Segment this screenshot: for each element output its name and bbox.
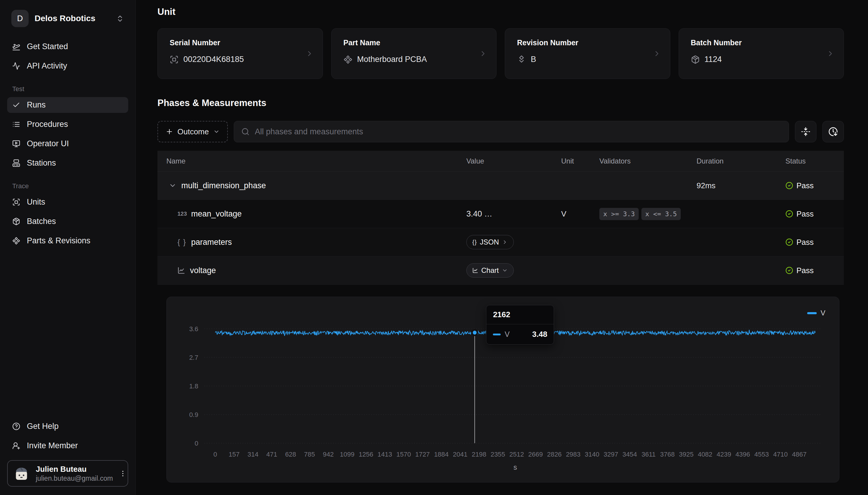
batch-number-card[interactable]: Batch Number 1124 bbox=[679, 28, 844, 79]
user-profile-card[interactable]: Julien Buteau julien.buteau@gmail.com bbox=[7, 460, 128, 487]
measurement-name: mean_voltage bbox=[191, 209, 242, 219]
sidebar-item-invite-member[interactable]: Invite Member bbox=[7, 438, 128, 454]
status-label: Pass bbox=[797, 209, 814, 219]
table-row-phase[interactable]: multi_dimension_phase 92ms Pass bbox=[158, 172, 844, 200]
circle-help-icon bbox=[12, 422, 20, 430]
kebab-menu-icon[interactable] bbox=[119, 470, 127, 477]
collapse-all-button[interactable] bbox=[795, 121, 816, 142]
svg-text:4867: 4867 bbox=[792, 450, 806, 458]
chevron-right-icon bbox=[479, 49, 487, 58]
circle-check-icon bbox=[785, 238, 793, 246]
svg-text:2041: 2041 bbox=[453, 450, 468, 458]
measurement-name: parameters bbox=[191, 238, 232, 247]
card-value: Motherboard PCBA bbox=[357, 55, 427, 64]
clock-arrow-down-icon bbox=[828, 127, 838, 136]
svg-text:2.7: 2.7 bbox=[189, 354, 198, 361]
revision-number-card[interactable]: Revision Number B bbox=[505, 28, 670, 79]
voltage-chart-panel: 00.91.82.73.6015731447162878594210991256… bbox=[166, 297, 839, 482]
sidebar-item-label: Units bbox=[27, 198, 45, 207]
sidebar: D Delos Robotics Get Started API Activit… bbox=[0, 0, 136, 495]
outcome-filter-button[interactable]: Outcome bbox=[158, 121, 228, 142]
svg-text:2355: 2355 bbox=[491, 450, 505, 458]
sidebar-item-label: Parts & Revisions bbox=[27, 236, 91, 245]
chart-value-badge[interactable]: Chart bbox=[466, 263, 514, 277]
measurement-unit: V bbox=[558, 209, 595, 219]
status-cell: Pass bbox=[783, 266, 844, 275]
sidebar-section-test: Test bbox=[12, 85, 123, 93]
list-icon bbox=[12, 120, 20, 129]
card-value: 00220D4K68185 bbox=[183, 55, 244, 64]
search-input[interactable] bbox=[255, 127, 782, 136]
svg-text:314: 314 bbox=[247, 450, 259, 458]
computer-icon bbox=[12, 159, 20, 167]
svg-text:942: 942 bbox=[323, 450, 334, 458]
sidebar-item-batches[interactable]: Batches bbox=[7, 214, 128, 229]
svg-text:3297: 3297 bbox=[604, 450, 618, 458]
sidebar-item-api-activity[interactable]: API Activity bbox=[7, 58, 128, 74]
measurement-value: 3.40 … bbox=[465, 209, 558, 219]
chart-tooltip: 2162 V 3.48 bbox=[486, 305, 554, 345]
search-bar bbox=[234, 121, 789, 142]
status-label: Pass bbox=[797, 181, 814, 190]
chevron-down-icon[interactable] bbox=[169, 182, 177, 189]
chevron-right-icon bbox=[502, 239, 508, 245]
sidebar-item-label: Get Started bbox=[27, 42, 68, 51]
part-name-card[interactable]: Part Name Motherboard PCBA bbox=[331, 28, 497, 79]
sidebar-item-stations[interactable]: Stations bbox=[7, 155, 128, 171]
page-title: Unit bbox=[158, 6, 844, 17]
status-cell: Pass bbox=[783, 209, 844, 219]
status-label: Pass bbox=[797, 238, 814, 247]
svg-text:1413: 1413 bbox=[377, 450, 392, 458]
chevron-right-icon bbox=[653, 49, 661, 58]
badge-label: JSON bbox=[480, 238, 499, 246]
fold-vertical-icon bbox=[801, 127, 810, 136]
sidebar-item-operator-ui[interactable]: Operator UI bbox=[7, 136, 128, 152]
sidebar-item-get-help[interactable]: Get Help bbox=[7, 419, 128, 434]
sidebar-item-procedures[interactable]: Procedures bbox=[7, 117, 128, 132]
sidebar-item-units[interactable]: Units bbox=[7, 194, 128, 210]
unit-summary-cards: Serial Number 00220D4K68185 Part Name Mo… bbox=[158, 28, 844, 79]
tooltip-x-value: 2162 bbox=[486, 305, 554, 324]
plus-icon bbox=[165, 128, 173, 136]
sidebar-item-runs[interactable]: Runs bbox=[7, 97, 128, 113]
json-value-badge[interactable]: {} JSON bbox=[466, 235, 514, 249]
chart-legend-item[interactable]: V bbox=[807, 309, 825, 317]
column-header-name: Name bbox=[158, 157, 465, 165]
sidebar-item-label: Runs bbox=[27, 100, 46, 109]
card-label: Part Name bbox=[344, 38, 485, 47]
check-icon bbox=[12, 101, 20, 109]
svg-text:0: 0 bbox=[195, 440, 198, 447]
workspace-switcher[interactable]: D Delos Robotics bbox=[7, 9, 128, 28]
braces-icon: {} bbox=[472, 239, 477, 246]
circle-check-icon bbox=[785, 267, 793, 274]
component-icon bbox=[344, 55, 353, 64]
column-header-duration: Duration bbox=[693, 157, 783, 165]
svg-text:3140: 3140 bbox=[585, 450, 599, 458]
column-header-value: Value bbox=[465, 157, 558, 165]
svg-text:2198: 2198 bbox=[472, 450, 486, 458]
sidebar-item-label: Operator UI bbox=[27, 139, 69, 148]
monitor-play-icon bbox=[12, 140, 20, 148]
table-row-mean-voltage: 123 mean_voltage 3.40 … V x >= 3.3 x <= … bbox=[158, 200, 844, 228]
tooltip-series-name: V bbox=[505, 330, 510, 339]
svg-text:1570: 1570 bbox=[396, 450, 411, 458]
sidebar-item-get-started[interactable]: Get Started bbox=[7, 39, 128, 54]
serial-number-card[interactable]: Serial Number 00220D4K68185 bbox=[158, 28, 323, 79]
card-label: Batch Number bbox=[691, 38, 832, 47]
outcome-filter-label: Outcome bbox=[177, 127, 209, 136]
chevron-down-icon bbox=[502, 268, 508, 273]
svg-text:3768: 3768 bbox=[660, 450, 675, 458]
svg-text:1256: 1256 bbox=[359, 450, 373, 458]
sidebar-item-label: Invite Member bbox=[27, 441, 78, 450]
circle-check-icon bbox=[785, 210, 793, 218]
chevron-right-icon bbox=[305, 49, 314, 58]
workspace-avatar: D bbox=[11, 10, 29, 27]
svg-text:4396: 4396 bbox=[736, 450, 750, 458]
svg-text:4239: 4239 bbox=[717, 450, 731, 458]
sidebar-item-parts-revisions[interactable]: Parts & Revisions bbox=[7, 233, 128, 249]
history-button[interactable] bbox=[822, 121, 844, 142]
user-name: Julien Buteau bbox=[36, 464, 113, 475]
legend-series-label: V bbox=[821, 309, 825, 317]
scan-icon bbox=[170, 55, 179, 64]
main-content: Unit Serial Number 00220D4K68185 Part Na… bbox=[136, 0, 868, 495]
